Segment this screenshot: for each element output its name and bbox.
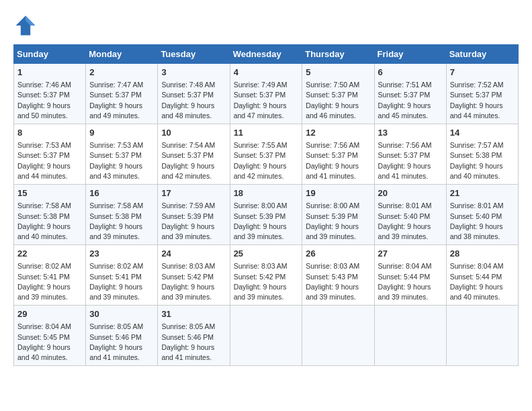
calendar-cell: 4Sunrise: 7:49 AMSunset: 5:37 PMDaylight… [230,64,302,124]
calendar-cell: 6Sunrise: 7:51 AMSunset: 5:37 PMDaylight… [374,64,446,124]
logo-icon [13,13,38,38]
calendar-header-row: SundayMondayTuesdayWednesdayThursdayFrid… [14,45,519,64]
day-number: 9 [89,127,154,139]
calendar-cell: 7Sunrise: 7:52 AMSunset: 5:37 PMDaylight… [446,64,518,124]
calendar-cell [446,306,518,366]
day-detail: Sunrise: 8:00 AMSunset: 5:39 PMDaylight:… [234,201,299,242]
header-wednesday: Wednesday [230,45,302,64]
calendar-cell: 12Sunrise: 7:56 AMSunset: 5:37 PMDayligh… [302,124,374,185]
calendar-cell: 14Sunrise: 7:57 AMSunset: 5:38 PMDayligh… [446,124,518,185]
day-number: 14 [450,127,515,139]
day-detail: Sunrise: 7:56 AMSunset: 5:37 PMDaylight:… [306,140,370,181]
day-number: 22 [17,248,82,260]
day-detail: Sunrise: 8:00 AMSunset: 5:39 PMDaylight:… [306,201,370,242]
day-number: 25 [234,248,299,260]
calendar-cell: 20Sunrise: 8:01 AMSunset: 5:40 PMDayligh… [374,185,446,245]
calendar-cell: 2Sunrise: 7:47 AMSunset: 5:37 PMDaylight… [86,64,158,124]
calendar-cell: 24Sunrise: 8:03 AMSunset: 5:42 PMDayligh… [158,245,230,306]
header-monday: Monday [86,45,158,64]
day-number: 5 [306,66,370,79]
day-number: 20 [378,187,443,199]
day-number: 31 [161,308,226,320]
day-detail: Sunrise: 7:52 AMSunset: 5:37 PMDaylight:… [450,80,515,121]
calendar-cell: 1Sunrise: 7:46 AMSunset: 5:37 PMDaylight… [14,64,86,124]
calendar-cell: 25Sunrise: 8:03 AMSunset: 5:42 PMDayligh… [230,245,302,306]
calendar-cell [302,306,374,366]
calendar-cell: 19Sunrise: 8:00 AMSunset: 5:39 PMDayligh… [302,185,374,245]
day-detail: Sunrise: 7:53 AMSunset: 5:37 PMDaylight:… [89,140,154,181]
calendar-cell: 15Sunrise: 7:58 AMSunset: 5:38 PMDayligh… [14,185,86,245]
day-detail: Sunrise: 7:46 AMSunset: 5:37 PMDaylight:… [17,80,82,121]
day-detail: Sunrise: 8:02 AMSunset: 5:41 PMDaylight:… [17,261,82,302]
day-number: 1 [17,66,82,79]
logo [13,13,40,38]
header-thursday: Thursday [302,45,374,64]
calendar-week-row: 29Sunrise: 8:04 AMSunset: 5:45 PMDayligh… [14,306,519,366]
calendar-cell: 30Sunrise: 8:05 AMSunset: 5:46 PMDayligh… [86,306,158,366]
day-number: 13 [378,127,443,139]
day-detail: Sunrise: 8:04 AMSunset: 5:44 PMDaylight:… [450,261,515,302]
day-detail: Sunrise: 7:59 AMSunset: 5:39 PMDaylight:… [161,201,226,242]
day-number: 7 [450,66,515,79]
day-number: 28 [450,248,515,260]
calendar-cell: 10Sunrise: 7:54 AMSunset: 5:37 PMDayligh… [158,124,230,185]
calendar-cell: 13Sunrise: 7:56 AMSunset: 5:37 PMDayligh… [374,124,446,185]
calendar-cell [374,306,446,366]
calendar-cell: 16Sunrise: 7:58 AMSunset: 5:38 PMDayligh… [86,185,158,245]
calendar-cell: 31Sunrise: 8:05 AMSunset: 5:46 PMDayligh… [158,306,230,366]
day-number: 29 [17,308,82,320]
calendar-cell: 28Sunrise: 8:04 AMSunset: 5:44 PMDayligh… [446,245,518,306]
day-number: 3 [161,66,226,79]
calendar-cell: 5Sunrise: 7:50 AMSunset: 5:37 PMDaylight… [302,64,374,124]
day-detail: Sunrise: 7:55 AMSunset: 5:37 PMDaylight:… [234,140,299,181]
calendar-cell: 27Sunrise: 8:04 AMSunset: 5:44 PMDayligh… [374,245,446,306]
calendar-cell: 21Sunrise: 8:01 AMSunset: 5:40 PMDayligh… [446,185,518,245]
day-number: 6 [378,66,443,79]
calendar-cell: 9Sunrise: 7:53 AMSunset: 5:37 PMDaylight… [86,124,158,185]
day-detail: Sunrise: 7:51 AMSunset: 5:37 PMDaylight:… [378,80,443,121]
calendar-cell [230,306,302,366]
calendar-cell: 23Sunrise: 8:02 AMSunset: 5:41 PMDayligh… [86,245,158,306]
calendar-cell: 8Sunrise: 7:53 AMSunset: 5:37 PMDaylight… [14,124,86,185]
header-tuesday: Tuesday [158,45,230,64]
day-number: 21 [450,187,515,199]
calendar-cell: 11Sunrise: 7:55 AMSunset: 5:37 PMDayligh… [230,124,302,185]
day-detail: Sunrise: 8:05 AMSunset: 5:46 PMDaylight:… [89,322,154,363]
day-detail: Sunrise: 7:58 AMSunset: 5:38 PMDaylight:… [89,201,154,242]
day-number: 8 [17,127,82,139]
day-number: 16 [89,187,154,199]
day-detail: Sunrise: 7:57 AMSunset: 5:38 PMDaylight:… [450,140,515,181]
calendar-week-row: 22Sunrise: 8:02 AMSunset: 5:41 PMDayligh… [14,245,519,306]
day-number: 26 [306,248,370,260]
calendar-cell: 17Sunrise: 7:59 AMSunset: 5:39 PMDayligh… [158,185,230,245]
page-header [13,13,519,38]
day-detail: Sunrise: 8:05 AMSunset: 5:46 PMDaylight:… [161,322,226,363]
calendar-week-row: 1Sunrise: 7:46 AMSunset: 5:37 PMDaylight… [14,64,519,124]
day-detail: Sunrise: 7:54 AMSunset: 5:37 PMDaylight:… [161,140,226,181]
day-detail: Sunrise: 8:04 AMSunset: 5:45 PMDaylight:… [17,322,82,363]
day-number: 30 [89,308,154,320]
calendar-cell: 26Sunrise: 8:03 AMSunset: 5:43 PMDayligh… [302,245,374,306]
day-number: 17 [161,187,226,199]
header-sunday: Sunday [14,45,86,64]
calendar-week-row: 8Sunrise: 7:53 AMSunset: 5:37 PMDaylight… [14,124,519,185]
calendar-cell: 22Sunrise: 8:02 AMSunset: 5:41 PMDayligh… [14,245,86,306]
day-detail: Sunrise: 7:49 AMSunset: 5:37 PMDaylight:… [234,80,299,121]
day-number: 24 [161,248,226,260]
day-detail: Sunrise: 8:01 AMSunset: 5:40 PMDaylight:… [378,201,443,242]
day-detail: Sunrise: 7:58 AMSunset: 5:38 PMDaylight:… [17,201,82,242]
day-number: 18 [234,187,299,199]
day-number: 12 [306,127,370,139]
day-number: 23 [89,248,154,260]
day-detail: Sunrise: 7:56 AMSunset: 5:37 PMDaylight:… [378,140,443,181]
day-detail: Sunrise: 8:04 AMSunset: 5:44 PMDaylight:… [378,261,443,302]
day-number: 27 [378,248,443,260]
day-number: 10 [161,127,226,139]
calendar-cell: 29Sunrise: 8:04 AMSunset: 5:45 PMDayligh… [14,306,86,366]
day-detail: Sunrise: 7:48 AMSunset: 5:37 PMDaylight:… [161,80,226,121]
calendar-cell: 3Sunrise: 7:48 AMSunset: 5:37 PMDaylight… [158,64,230,124]
header-saturday: Saturday [446,45,518,64]
day-detail: Sunrise: 8:02 AMSunset: 5:41 PMDaylight:… [89,261,154,302]
calendar-cell: 18Sunrise: 8:00 AMSunset: 5:39 PMDayligh… [230,185,302,245]
header-friday: Friday [374,45,446,64]
